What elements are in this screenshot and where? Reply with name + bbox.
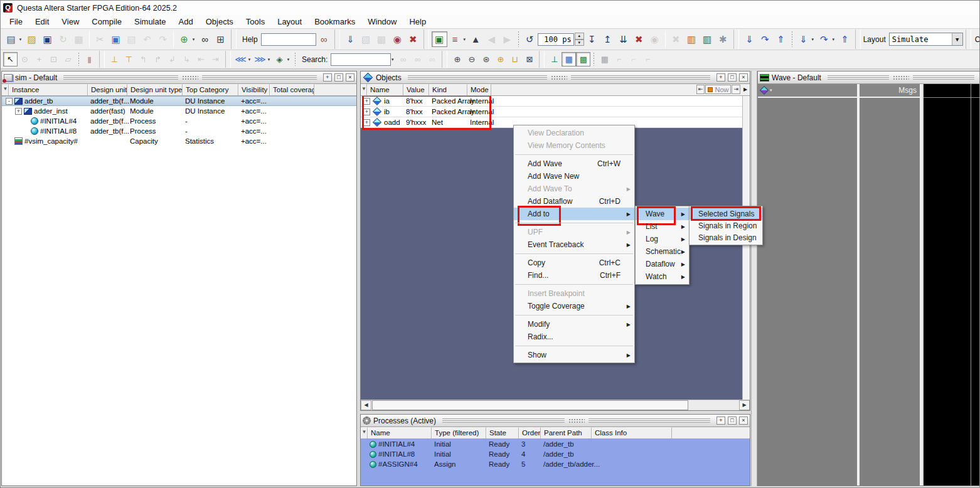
menubar-item-file[interactable]: File [3,16,29,28]
column-header-order[interactable]: Order [519,427,541,438]
column-header-type-filtered[interactable]: Type (filtered) [432,427,486,438]
step-into-current-dropdown[interactable]: ▾ [809,37,816,42]
zoom-out-button[interactable]: ⊖ [464,52,479,66]
zoom-range-button[interactable]: ⊠ [522,52,536,66]
set-context-dropdown[interactable]: ▾ [461,37,468,42]
remove-errors-button[interactable]: ✖ [405,31,421,47]
panel-grip[interactable] [442,418,710,423]
zoom-cursor-button[interactable]: ⊕ [493,52,508,66]
tree-row-adder-inst[interactable]: + adder_inst adder(fast) Module DU Insta… [2,106,356,116]
goto-previous-event-button[interactable]: ⇤ [696,85,705,94]
column-header-instance[interactable]: Instance [9,84,88,95]
menubar-item-objects[interactable]: Objects [200,16,240,28]
dock-float-button[interactable]: □ [728,73,737,82]
context-menu-item-add-wave[interactable]: Add Wave Ctrl+W [514,157,634,170]
column-header-total-coverage[interactable]: Total coverage [270,84,314,95]
menubar-item-window[interactable]: Window [361,16,403,28]
tree-row-adder-tb[interactable]: - adder_tb adder_tb(f... Module DU Insta… [2,96,356,106]
context-menu-item-add-to[interactable]: Add to [514,208,634,220]
wave-timeline-header[interactable] [924,84,980,98]
object-row-ia[interactable]: + ia 8'hxx Packed Array Internal [361,96,742,107]
step-over-current-dropdown[interactable]: ▾ [830,37,837,42]
dock-float-button[interactable]: □ [728,416,737,425]
column-header-top-category[interactable]: Top Category [183,84,238,95]
find-button[interactable]: ∞ [197,31,213,47]
wave-names-header[interactable]: ▾ [758,84,857,98]
zoom-full-button[interactable]: ⊛ [479,52,493,66]
help-search-button[interactable]: ∞ [316,31,332,47]
scroll-right-icon[interactable]: ▶ [739,400,750,410]
objects-vertical-scrollbar[interactable] [742,96,750,400]
wave-canvas[interactable] [922,84,980,485]
run-length-spinner[interactable]: ▲▼ [575,33,584,46]
column-header-mode[interactable]: Mode [467,84,491,95]
context-menu-item-event-traceback[interactable]: Event Traceback [514,238,634,251]
dock-float-button[interactable]: □ [334,73,343,82]
objects-horizontal-scrollbar[interactable]: ◀ ▶ [361,400,750,410]
scrollbar-thumb[interactable] [372,400,688,410]
process-row-assign-4[interactable]: #ASSIGN#4 Assign Ready 5 /adder_tb/adder… [361,459,750,469]
header-expand-button[interactable]: ▶ [742,85,749,94]
panel-grip[interactable] [828,75,974,80]
environment-up-button[interactable]: ▲ [468,31,484,47]
menubar-item-tools[interactable]: Tools [240,16,271,28]
submenu-item-dataflow[interactable]: Dataflow [636,258,689,270]
context-menu-item-show[interactable]: Show [514,349,634,361]
context-menu-item-view-memory-contents[interactable]: View Memory Contents [514,139,634,152]
filter-icon[interactable]: ▼ [2,84,9,95]
column-header-design-unit[interactable]: Design unit [88,84,127,95]
environment-button[interactable]: ▣ [432,31,447,47]
dock-close-button[interactable]: × [739,73,748,82]
filter-icon[interactable]: ▼ [361,427,368,438]
add-cursor-button[interactable]: ⊥ [107,52,122,66]
open-file-button[interactable]: ▨ [24,31,40,47]
break-button[interactable]: ✖ [631,31,647,47]
restart-button[interactable]: ↺ [522,31,538,47]
subsubmenu-item-signals-in-design[interactable]: Signals in Design [690,231,762,243]
zoom-last-button[interactable]: ⊔ [508,52,522,66]
leaf-names-button[interactable]: ⊥ [547,52,562,66]
submenu-item-list[interactable]: List [636,220,689,233]
submenu-item-watch[interactable]: Watch [636,270,689,283]
run-continue-button[interactable]: ↥ [600,31,615,47]
dock-add-button[interactable]: + [716,73,725,82]
menubar-item-add[interactable]: Add [173,16,200,28]
run-button[interactable]: ↧ [584,31,600,47]
find-next-dropdown[interactable]: ▾ [265,57,272,62]
scroll-left-icon[interactable]: ◀ [361,400,371,410]
select-mode-button[interactable]: ↖ [3,52,18,66]
tree-row-initial-4[interactable]: #INITIAL#4 adder_tb(f... Process - +acc=… [2,116,356,126]
run-all-button[interactable]: ⇊ [615,31,631,47]
sim-panel-titlebar[interactable]: sim - Default + □ × [2,72,356,84]
profile-button[interactable]: ▥ [684,31,700,47]
goto-next-event-button[interactable]: ⇥ [732,85,740,94]
subsubmenu-item-signals-in-region[interactable]: Signals in Region [690,220,762,231]
panel-grip[interactable] [63,75,317,80]
expand-hierarchy-button[interactable]: ⊞ [213,31,228,47]
context-menu-item-add-dataflow[interactable]: Add Dataflow Ctrl+D [514,195,634,208]
wave-values-body[interactable] [860,98,920,485]
tree-row-initial-8[interactable]: #INITIAL#8 adder_tb(f... Process - +acc=… [2,126,356,136]
menubar-item-help[interactable]: Help [403,16,432,28]
pan-hand-button[interactable]: ✱ [715,31,731,47]
column-header-design-unit-type[interactable]: Design unit type [127,84,183,95]
submenu-item-wave[interactable]: Wave [636,208,689,220]
save-button[interactable]: ▣ [40,31,55,47]
delete-cursor-button[interactable]: ⊤ [122,52,136,66]
context-menu-item-find[interactable]: Find... Ctrl+F [514,269,634,282]
objects-panel-titlebar[interactable]: Objects + □ × [361,72,750,84]
column-header-visibility[interactable]: Visibility [238,84,270,95]
context-menu-item-view-declaration[interactable]: View Declaration [514,127,634,139]
column-header-state[interactable]: State [486,427,519,438]
context-menu-item-add-wave-new[interactable]: Add Wave New [514,170,634,183]
tree-expander[interactable]: + [363,119,370,126]
process-row-initial-8[interactable]: #INITIAL#8 Initial Ready 4 /adder_tb [361,449,750,459]
tree-expander[interactable]: - [6,98,13,105]
context-menu-item-copy[interactable]: Copy Ctrl+C [514,257,634,269]
step-over-button[interactable]: ↷ [757,31,773,47]
add-selected-dropdown[interactable]: ▾ [190,37,197,42]
filter-icon[interactable]: ▼ [361,84,367,95]
load-design-button[interactable]: ⇓ [343,31,358,47]
tree-row-vsim-capacity[interactable]: #vsim_capacity# Capacity Statistics +acc… [2,136,356,146]
submenu-item-schematic[interactable]: Schematic [636,245,689,258]
